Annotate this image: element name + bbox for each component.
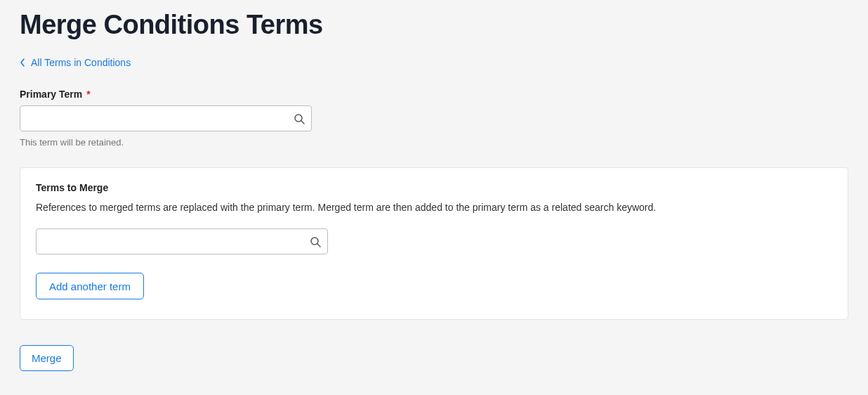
primary-term-label: Primary Term * <box>20 89 91 100</box>
add-another-term-button[interactable]: Add another term <box>36 273 144 299</box>
terms-to-merge-title: Terms to Merge <box>36 182 832 193</box>
primary-term-input[interactable] <box>20 105 312 131</box>
merge-term-input[interactable] <box>36 228 328 254</box>
merge-term-input-wrap <box>36 228 328 254</box>
action-bar: Merge <box>20 345 848 371</box>
terms-to-merge-card: Terms to Merge References to merged term… <box>20 167 848 320</box>
primary-term-label-text: Primary Term <box>20 89 82 100</box>
breadcrumb-label: All Terms in Conditions <box>31 57 131 68</box>
primary-term-field: Primary Term * This term will be retaine… <box>20 88 848 148</box>
primary-term-input-wrap <box>20 105 312 131</box>
merge-button[interactable]: Merge <box>20 345 74 371</box>
breadcrumb-back-link[interactable]: All Terms in Conditions <box>20 57 131 88</box>
page-title: Merge Conditions Terms <box>20 0 848 57</box>
required-marker: * <box>86 89 90 100</box>
terms-to-merge-description: References to merged terms are replaced … <box>36 202 832 213</box>
chevron-left-icon <box>20 58 25 67</box>
primary-term-helper: This term will be retained. <box>20 137 848 148</box>
